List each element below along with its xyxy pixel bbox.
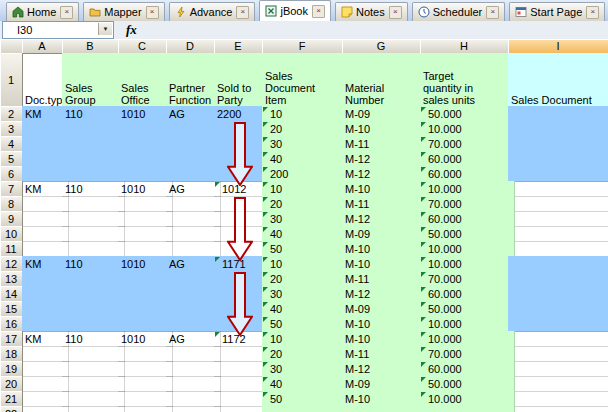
cell-I10[interactable]	[508, 226, 608, 242]
cell-F22[interactable]	[262, 406, 349, 412]
cell-D13[interactable]	[166, 271, 221, 287]
tab-close-icon[interactable]: ×	[146, 6, 159, 19]
cell-H12[interactable]: 10.000	[420, 256, 515, 272]
cell-H17[interactable]: 10.000	[420, 331, 515, 347]
header-cell-B1[interactable]: Sales Group	[62, 53, 125, 109]
cell-B13[interactable]	[62, 271, 125, 287]
tab-close-icon[interactable]: ×	[60, 6, 73, 19]
cell-B6[interactable]	[62, 166, 125, 182]
tab-close-icon[interactable]: ×	[486, 6, 499, 19]
cell-E20[interactable]	[214, 376, 269, 392]
cell-D18[interactable]	[166, 346, 221, 362]
cell-H5[interactable]: 60.000	[420, 151, 515, 167]
row-header-18[interactable]: 18	[0, 346, 23, 362]
row-header-14[interactable]: 14	[0, 286, 23, 302]
tab-mapper[interactable]: Mapper×	[83, 2, 164, 21]
column-header-G[interactable]: G	[342, 39, 421, 54]
cell-C20[interactable]	[118, 376, 173, 392]
cell-G21[interactable]: M-10	[342, 391, 427, 407]
cell-H11[interactable]: 10.000	[420, 241, 515, 257]
row-header-17[interactable]: 17	[0, 331, 23, 347]
cell-I13[interactable]	[508, 271, 608, 287]
row-header-9[interactable]: 9	[0, 211, 23, 227]
cell-F14[interactable]: 30	[262, 286, 349, 302]
cell-F20[interactable]: 40	[262, 376, 349, 392]
select-all-button[interactable]	[0, 39, 23, 54]
cell-I16[interactable]	[508, 316, 608, 332]
cell-B8[interactable]	[62, 196, 125, 212]
header-cell-D1[interactable]: Partner Function	[166, 53, 221, 109]
cell-B2[interactable]: 110	[62, 106, 125, 122]
cell-C22[interactable]	[118, 406, 173, 412]
cell-C8[interactable]	[118, 196, 173, 212]
cell-F4[interactable]: 30	[262, 136, 349, 152]
cell-H18[interactable]: 70.000	[420, 346, 515, 362]
cell-C13[interactable]	[118, 271, 173, 287]
cell-H22[interactable]	[420, 406, 515, 412]
row-header-13[interactable]: 13	[0, 271, 23, 287]
cell-H20[interactable]: 50.000	[420, 376, 515, 392]
header-cell-E1[interactable]: Sold to Party	[214, 53, 269, 109]
cell-G18[interactable]: M-11	[342, 346, 427, 362]
cell-D7[interactable]: AG	[166, 181, 221, 197]
cell-B21[interactable]	[62, 391, 125, 407]
column-header-B[interactable]: B	[62, 39, 119, 54]
cell-C16[interactable]	[118, 316, 173, 332]
cell-D20[interactable]	[166, 376, 221, 392]
cell-C10[interactable]	[118, 226, 173, 242]
cell-F16[interactable]: 50	[262, 316, 349, 332]
tab-close-icon[interactable]: ×	[236, 6, 249, 19]
cell-H9[interactable]: 60.000	[420, 211, 515, 227]
cell-E19[interactable]	[214, 361, 269, 377]
cell-F8[interactable]: 20	[262, 196, 349, 212]
cell-G6[interactable]: M-12	[342, 166, 427, 182]
cell-G15[interactable]: M-09	[342, 301, 427, 317]
cell-F19[interactable]: 30	[262, 361, 349, 377]
cell-B19[interactable]	[62, 361, 125, 377]
cell-G2[interactable]: M-09	[342, 106, 427, 122]
cell-I8[interactable]	[508, 196, 608, 212]
row-header-2[interactable]: 2	[0, 106, 23, 122]
cell-C15[interactable]	[118, 301, 173, 317]
cell-I6[interactable]	[508, 166, 608, 182]
cell-D3[interactable]	[166, 121, 221, 137]
cell-D12[interactable]: AG	[166, 256, 221, 272]
header-cell-F1[interactable]: Sales Document Item	[262, 53, 349, 109]
cell-C14[interactable]	[118, 286, 173, 302]
column-header-F[interactable]: F	[262, 39, 343, 54]
column-header-I[interactable]: I	[508, 39, 608, 54]
cell-I12[interactable]	[508, 256, 608, 272]
cell-C2[interactable]: 1010	[118, 106, 173, 122]
tab-notes[interactable]: Notes×	[335, 2, 408, 21]
cell-B22[interactable]	[62, 406, 125, 412]
cell-H14[interactable]: 60.000	[420, 286, 515, 302]
cell-G11[interactable]: M-10	[342, 241, 427, 257]
cell-G19[interactable]: M-12	[342, 361, 427, 377]
cell-C6[interactable]	[118, 166, 173, 182]
cell-E21[interactable]	[214, 391, 269, 407]
row-header-12[interactable]: 12	[0, 256, 23, 272]
cell-B4[interactable]	[62, 136, 125, 152]
row-header-1[interactable]: 1	[0, 53, 23, 107]
tab-jbook[interactable]: jBook×	[259, 0, 331, 21]
cell-F11[interactable]: 50	[262, 241, 349, 257]
cell-I3[interactable]	[508, 121, 608, 137]
cell-B10[interactable]	[62, 226, 125, 242]
cell-D5[interactable]	[166, 151, 221, 167]
cell-D17[interactable]: AG	[166, 331, 221, 347]
cell-D4[interactable]	[166, 136, 221, 152]
cell-C3[interactable]	[118, 121, 173, 137]
cell-D11[interactable]	[166, 241, 221, 257]
cell-C17[interactable]: 1010	[118, 331, 173, 347]
cell-F2[interactable]: 10	[262, 106, 349, 122]
cell-I21[interactable]	[508, 391, 608, 407]
cell-H19[interactable]: 60.000	[420, 361, 515, 377]
cell-G9[interactable]: M-12	[342, 211, 427, 227]
formula-input[interactable]	[137, 22, 608, 38]
row-header-22[interactable]: 22	[0, 406, 23, 412]
cell-D14[interactable]	[166, 286, 221, 302]
cell-C4[interactable]	[118, 136, 173, 152]
row-header-5[interactable]: 5	[0, 151, 23, 167]
cell-B16[interactable]	[62, 316, 125, 332]
cell-I18[interactable]	[508, 346, 608, 362]
